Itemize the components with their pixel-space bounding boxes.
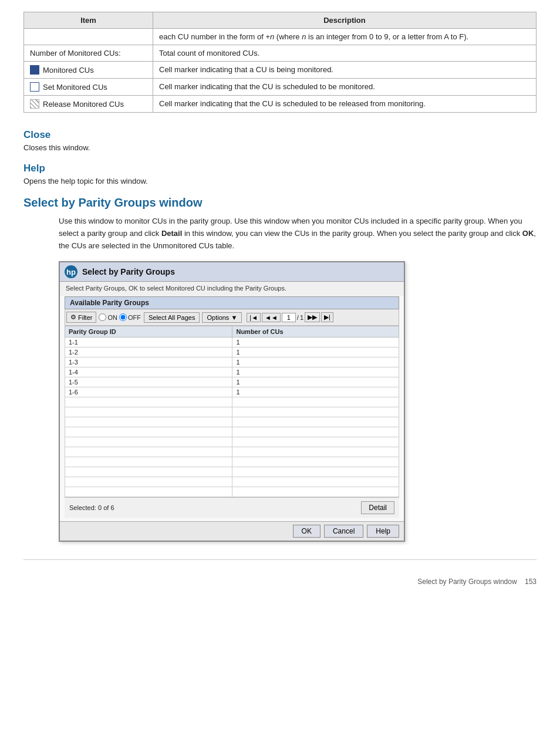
filter-icon: ⚙ [70, 313, 76, 321]
col-description-header: Description [153, 12, 537, 29]
filter-on-label: ON [107, 314, 117, 321]
item-cell: Number of Monitored CUs: [24, 45, 153, 62]
parity-table-header: Parity Group ID Number of CUs [65, 326, 399, 337]
set-monitored-label: Set Monitored CUs [43, 83, 107, 92]
num-cus-cell: 1 [232, 347, 399, 357]
item-cell-monitored: Monitored CUs [24, 62, 153, 79]
pagination: |◄ ◄◄ / 1 ▶▶ ▶| [247, 312, 333, 322]
table-row: 1-41 [65, 367, 399, 377]
filter-off-radio[interactable] [119, 313, 127, 321]
filter-button[interactable]: ⚙ Filter [66, 312, 96, 323]
detail-button-area: Detail [361, 501, 394, 514]
parity-group-id-cell: 1-4 [65, 367, 232, 377]
filter-radio-group: ON OFF [99, 313, 141, 321]
prev-page-button[interactable]: ◄◄ [262, 313, 281, 322]
main-section-heading: Select by Parity Groups window [23, 196, 537, 210]
item-cell-set: Set Monitored CUs [24, 79, 153, 96]
filter-label: Filter [78, 314, 92, 321]
release-monitored-label: Release Monitored CUs [43, 100, 124, 109]
table-row-empty [65, 457, 399, 467]
col-num-cus-header: Number of CUs [232, 326, 399, 337]
table-row-empty [65, 407, 399, 417]
close-heading: Close [23, 129, 537, 141]
parity-group-id-cell: 1-1 [65, 337, 232, 347]
select-parity-groups-dialog: hp Select by Parity Groups Select Parity… [59, 261, 405, 542]
num-cus-cell: 1 [232, 337, 399, 347]
table-row-empty [65, 427, 399, 437]
selection-status: Selected: 0 of 6 [69, 504, 114, 511]
parity-group-id-cell: 1-3 [65, 357, 232, 367]
close-desc: Closes this window. [23, 143, 537, 152]
parity-table-body: 1-111-211-311-411-511-61 [65, 337, 399, 497]
total-count: 6 [110, 504, 114, 511]
help-button[interactable]: Help [367, 525, 399, 538]
table-row-empty [65, 417, 399, 427]
monitored-cus-label: Monitored CUs [43, 66, 94, 75]
desc-cell: Cell marker indicating that the CU is sc… [153, 79, 537, 96]
page-footer: Select by Parity Groups window 153 [23, 559, 537, 586]
main-desc-bold1: Detail [161, 229, 182, 238]
select-all-pages-button[interactable]: Select All Pages [144, 312, 200, 323]
set-monitored-icon [30, 82, 39, 92]
of-label: of [103, 504, 109, 511]
table-row-monitored: Monitored CUs Cell marker indicating tha… [24, 62, 537, 79]
table-row-release-monitored: Release Monitored CUs Cell marker indica… [24, 96, 537, 113]
selected-label: Selected: [69, 504, 96, 511]
current-page-input[interactable] [282, 313, 296, 322]
main-desc-bold2: OK [522, 229, 534, 238]
page-number: 153 [525, 578, 537, 586]
table-row-empty [65, 437, 399, 447]
table-row: 1-31 [65, 357, 399, 367]
table-row-set-monitored: Set Monitored CUs Cell marker indicating… [24, 79, 537, 96]
pagination-separator: / [297, 314, 299, 321]
table-row: 1-11 [65, 337, 399, 347]
num-cus-cell: 1 [232, 357, 399, 367]
table-row-empty [65, 487, 399, 497]
col-item-header: Item [24, 12, 153, 29]
available-parity-groups-header: Available Parity Groups [65, 296, 399, 309]
table-row-empty [65, 397, 399, 407]
filter-off-label: OFF [128, 314, 141, 321]
num-cus-cell: 1 [232, 377, 399, 387]
parity-group-id-cell: 1-6 [65, 387, 232, 397]
dialog-body: Available Parity Groups ⚙ Filter ON OFF … [60, 296, 404, 521]
table-row: 1-51 [65, 377, 399, 387]
detail-button[interactable]: Detail [361, 501, 394, 514]
cancel-button[interactable]: Cancel [324, 525, 363, 538]
dialog-title: Select by Parity Groups [82, 267, 175, 276]
table-row-empty [65, 447, 399, 457]
dialog-titlebar: hp Select by Parity Groups [60, 262, 404, 282]
last-page-button[interactable]: ▶| [321, 312, 333, 322]
info-table: Item Description each CU number in the f… [23, 12, 537, 113]
total-pages: 1 [300, 314, 303, 321]
col-parity-group-id-header: Parity Group ID [65, 326, 232, 337]
parity-table: Parity Group ID Number of CUs 1-111-211-… [65, 326, 399, 497]
main-section-desc: Use this window to monitor CUs in the pa… [59, 215, 537, 252]
table-row: Number of Monitored CUs: Total count of … [24, 45, 537, 62]
table-row-empty [65, 467, 399, 477]
toolbar: ⚙ Filter ON OFF Select All Pages Options… [65, 309, 399, 326]
selected-count: 0 [98, 504, 102, 511]
next-page-button[interactable]: ▶▶ [305, 312, 320, 322]
filter-on-radio[interactable] [99, 313, 106, 321]
page-footer-label: Select by Parity Groups window [417, 578, 517, 586]
help-desc: Opens the help topic for this window. [23, 177, 537, 185]
ok-button[interactable]: OK [293, 525, 321, 538]
num-cus-cell: 1 [232, 387, 399, 397]
item-cell-release: Release Monitored CUs [24, 96, 153, 113]
dialog-footer: Selected: 0 of 6 Detail [65, 497, 399, 518]
desc-cell: Cell marker indicating that a CU is bein… [153, 62, 537, 79]
options-button[interactable]: Options ▼ [202, 312, 242, 323]
desc-cell: Total count of monitored CUs. [153, 45, 537, 62]
monitored-cus-icon [30, 65, 39, 75]
table-row-empty [65, 477, 399, 487]
parity-group-id-cell: 1-5 [65, 377, 232, 387]
first-page-button[interactable]: |◄ [247, 313, 261, 322]
dialog-subtitle: Select Parity Groups, OK to select Monit… [60, 282, 404, 296]
num-cus-cell: 1 [232, 367, 399, 377]
main-desc-mid1: in this window, you can view the CUs in … [182, 229, 522, 238]
desc-cell: Cell marker indicating that the CU is sc… [153, 96, 537, 113]
parity-group-id-cell: 1-2 [65, 347, 232, 357]
desc-cell: each CU number in the form of +n (where … [153, 29, 537, 45]
help-heading: Help [23, 163, 537, 174]
